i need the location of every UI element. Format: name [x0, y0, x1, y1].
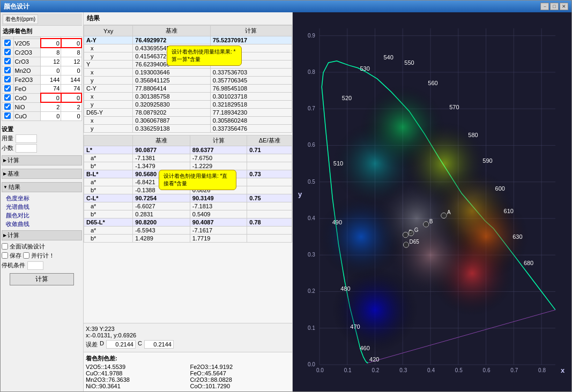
result-calc-11: 0.337356476: [210, 125, 292, 133]
results-collapsible[interactable]: ▼ 结果: [2, 182, 82, 192]
colorant-check-8[interactable]: [4, 112, 11, 119]
result-base-5: 0.356841125: [133, 77, 211, 85]
arrow-icon2: ▶: [3, 171, 6, 176]
lab-label-1: a*: [84, 154, 133, 162]
check-cell[interactable]: [2, 93, 14, 102]
colorant-val1-7[interactable]: 2: [41, 102, 61, 111]
colorant-val2-6[interactable]: 0: [61, 93, 81, 102]
full-trial-label: 全面试验设计: [10, 243, 45, 251]
result-base-7: 0.301385758: [133, 93, 211, 101]
chroma-diagram: [293, 12, 571, 391]
results-table-top: Yxy 基准 计算 A-Y 76.4929972 75.52370917 x 0…: [84, 25, 292, 133]
colorant-check-5[interactable]: [4, 85, 11, 92]
item-chroma[interactable]: 色度坐标: [6, 194, 82, 202]
item-convergence[interactable]: 收敛曲线: [6, 220, 82, 228]
col-d-label: D: [100, 340, 104, 349]
coord-xy: X:39 Y:223: [86, 326, 290, 332]
lab-de-0: 0.71: [247, 146, 292, 154]
col-c-label: C: [138, 340, 142, 349]
title-buttons: － □ ✕: [540, 3, 568, 10]
check-cell[interactable]: [2, 39, 14, 48]
lab-de-5: [247, 186, 292, 194]
colorant-val2-8[interactable]: 0: [61, 111, 81, 120]
colorant-val1-0[interactable]: 0: [41, 39, 61, 48]
colorant-val2-0[interactable]: 0: [61, 39, 81, 48]
lab-base-7: -6.6027: [133, 202, 190, 210]
decimal-input[interactable]: [16, 144, 37, 153]
colorant-val1-2[interactable]: 12: [41, 57, 61, 66]
d-input[interactable]: [106, 340, 136, 349]
result-label-2: y: [84, 52, 133, 61]
save-label: 保存: [10, 252, 21, 260]
result-label-0: A-Y: [84, 36, 133, 44]
item-spectrum[interactable]: 光谱曲线: [6, 203, 82, 211]
save-parallel-row: 保存 并行计！: [2, 252, 82, 260]
check-cell[interactable]: [2, 111, 14, 120]
full-trial-check[interactable]: [2, 243, 8, 250]
colorant-check-0[interactable]: [4, 40, 11, 46]
check-cell[interactable]: [2, 57, 14, 66]
lab-base-0: 90.0877: [133, 146, 190, 154]
check-cell[interactable]: [2, 66, 14, 75]
diff-item-3: FeO::45.5647: [190, 370, 291, 376]
colorant-check-7[interactable]: [4, 103, 11, 110]
result-calc-0: 75.52370917: [210, 36, 292, 44]
parallel-label: 并行计！: [31, 252, 55, 260]
diff-item-0: V2O5::14.5539: [86, 364, 186, 370]
check-cell[interactable]: [2, 102, 14, 111]
colorant-check-1[interactable]: [4, 49, 11, 55]
colorant-name-5: FeO: [13, 84, 41, 93]
colorant-val1-4[interactable]: 144: [41, 75, 61, 84]
check-cell[interactable]: [2, 75, 14, 84]
calc-button[interactable]: 计算: [10, 273, 74, 285]
minimize-button[interactable]: －: [540, 3, 549, 10]
lab-label-0: L*: [84, 146, 133, 154]
maximize-button[interactable]: □: [550, 3, 559, 10]
colorant-check-3[interactable]: [4, 67, 11, 73]
colorant-diff-section: 着色剂色差: V2O5::14.5539Fe2O3::14.9192CuO::4…: [84, 352, 292, 391]
window-title: 颜色设计: [4, 2, 29, 11]
colorant-check-6[interactable]: [4, 94, 11, 101]
calc-collapsible[interactable]: ▶ 计算: [2, 230, 82, 240]
colorant-tab[interactable]: 着色剂(ppm): [3, 14, 38, 24]
lab-calc-7: -7.1813: [190, 202, 247, 210]
colorant-table: V2O5 0 0 Cr2O3 8 8 CrO3 12 12 Mn2O 0 0 F…: [2, 36, 82, 121]
colorant-val2-5[interactable]: 74: [61, 84, 81, 93]
check-cell[interactable]: [2, 48, 14, 57]
colorant-val2-7[interactable]: 2: [61, 102, 81, 111]
result-label-7: x: [84, 93, 133, 101]
result-calc-4: 0.337536703: [210, 69, 292, 77]
basis-collapsible[interactable]: ▶ 基准: [2, 169, 82, 179]
compute-collapsible[interactable]: ▶ 计算: [2, 155, 82, 165]
colorant-val2-1[interactable]: 8: [61, 48, 81, 57]
results-label: 结果: [9, 183, 20, 191]
lab-base-10: -6.5943: [133, 227, 190, 235]
c-input[interactable]: [144, 340, 174, 349]
full-trial-row: 全面试验设计: [2, 243, 82, 251]
check-cell[interactable]: [2, 84, 14, 93]
result-label-11: y: [84, 125, 133, 133]
diff-item-6: NiO::90.3641: [86, 383, 186, 389]
colorant-val2-4[interactable]: 144: [61, 75, 81, 84]
lab-label-10: a*: [84, 227, 133, 235]
colorant-check-4[interactable]: [4, 76, 11, 82]
parallel-check[interactable]: [23, 252, 29, 259]
usage-input[interactable]: [16, 134, 37, 143]
result-label-6: C-Y: [84, 85, 133, 93]
lab-base-2: -1.3479: [133, 162, 190, 170]
close-button[interactable]: ✕: [560, 3, 568, 10]
colorant-val1-8[interactable]: 0: [41, 111, 61, 120]
th-yxy: Yxy: [84, 26, 133, 36]
shutdown-input[interactable]: 10: [27, 261, 43, 270]
colorant-val1-3[interactable]: 0: [41, 66, 61, 75]
colorant-val1-6[interactable]: 0: [41, 93, 61, 102]
colorant-val2-3[interactable]: 0: [61, 66, 81, 75]
lab-label-4: a*: [84, 178, 133, 186]
colorant-val1-5[interactable]: 74: [41, 84, 61, 93]
colorant-val1-1[interactable]: 8: [41, 48, 61, 57]
save-check[interactable]: [2, 252, 8, 259]
colorant-val2-2[interactable]: 12: [61, 57, 81, 66]
colorant-check-2[interactable]: [4, 58, 11, 64]
item-color-compare[interactable]: 颜色对比: [6, 212, 82, 220]
lab-de-8: [247, 210, 292, 218]
